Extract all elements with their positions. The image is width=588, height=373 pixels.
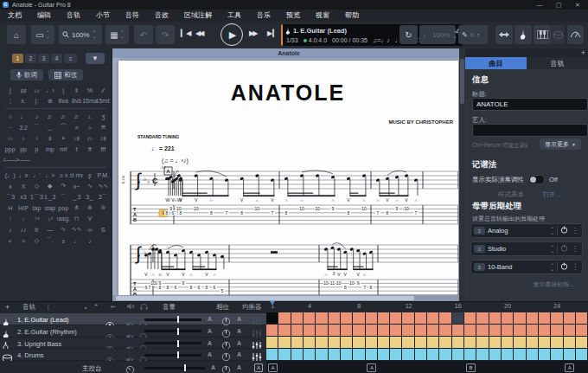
palette-symbol[interactable]: ⌒. [43,235,56,247]
artist-input[interactable] [472,124,588,137]
redo-button[interactable]: ↷ [156,25,175,44]
palette-symbol[interactable]: H [3,203,16,214]
palette-symbol[interactable]: ♪ [3,224,16,235]
timeline-cell[interactable] [304,312,316,325]
palette-symbol[interactable]: ppp [3,144,16,155]
forward-button[interactable]: ▶▶ [249,29,256,37]
timeline-cell[interactable] [304,325,316,337]
palette-symbol[interactable]: ⌒ [57,191,70,203]
palette-symbol[interactable]: mp [43,144,56,155]
palette-symbol[interactable]: ◇ [30,181,43,192]
palette-symbol[interactable]: ⁄⁄ [97,85,110,96]
timeline-cell[interactable] [366,337,378,349]
timeline-cell[interactable] [329,349,341,361]
palette-symbol[interactable]: ♮ [30,132,43,144]
palette-symbol[interactable]: x. [16,96,29,107]
palette-symbol[interactable]: 1⌒3 [30,191,43,203]
palette-symbol[interactable]: ♩ [70,235,83,247]
voice-button-2[interactable]: 2 [25,54,36,63]
palette-symbol[interactable]: ♭♯ [70,132,83,144]
palette-symbol[interactable]: (♩) [3,170,16,181]
timeline-cell[interactable] [402,337,414,349]
playhead-icon[interactable] [270,301,275,305]
timeline-cell[interactable] [576,325,588,337]
timeline-cell[interactable] [278,312,291,325]
vscroll-thumb[interactable] [460,59,464,104]
timeline-cell[interactable] [502,312,514,325]
menu-item-文档[interactable]: 文档 [0,10,29,22]
timeline-cell[interactable] [415,312,427,325]
palette-symbol[interactable]: 3:2 [16,122,29,133]
palette-symbol[interactable]: ff [83,144,96,155]
palette-symbol[interactable]: ♩> [43,170,56,181]
master-pan-a[interactable]: A [237,364,241,370]
pan-automation-label[interactable]: A [237,328,241,334]
undo-button[interactable]: ↶ [134,25,153,44]
palette-symbol[interactable]: V [83,214,96,225]
section-marker-A[interactable]: A [268,363,278,372]
new-tab-button[interactable]: + [581,48,585,57]
palette-symbol[interactable]: x [3,181,16,192]
palette-symbol[interactable]: f [70,144,83,155]
timeline-cell[interactable] [452,337,464,349]
horizontal-scrollbar[interactable] [112,295,459,301]
palette-symbol[interactable]: ∿ [83,181,96,192]
title-input[interactable] [472,98,588,111]
maximize-button[interactable]: ▢ [550,1,567,10]
filter-button[interactable]: ▼ [86,53,105,64]
palette-symbol[interactable]: 3⌒ [97,191,110,203]
section-marker-A[interactable]: A [367,363,376,372]
timeline-cell[interactable] [551,325,563,337]
timeline-cell[interactable] [514,337,526,349]
menu-item-小节[interactable]: 小节 [88,10,118,22]
palette-symbol[interactable]: ⊓ [70,214,83,225]
palette-symbol[interactable]: ≋ [97,122,110,133]
palette-symbol[interactable]: ♪ [30,111,43,122]
palette-symbol[interactable]: p [30,144,43,155]
palette-symbol[interactable]: | [57,85,70,96]
timeline-cell[interactable] [464,349,476,361]
plugin-power-button[interactable] [560,262,568,272]
mastering-slot-10-band[interactable]: ≡10-Band⌃⌄⋮ [470,260,583,274]
section-marker-B[interactable]: B [466,363,476,372]
timeline-cell[interactable] [390,349,402,361]
palette-symbol[interactable]: S [97,224,110,235]
palette-symbol[interactable]: ≡ [70,122,83,133]
timeline-cell[interactable] [539,312,551,325]
palette-symbol[interactable]: ♬ [43,111,56,122]
palette-symbol[interactable]: ⋔ [70,203,83,214]
timeline-cell[interactable] [514,325,526,337]
palette-symbol[interactable]: ʂ [83,170,96,181]
palette-symbol[interactable]: X [16,181,29,192]
timeline-cell[interactable] [353,312,365,325]
timeline-cell[interactable] [291,312,304,325]
palette-symbol[interactable]: ♬ [70,111,83,122]
timeline-cell[interactable] [564,325,576,337]
voice-button-1[interactable]: 1 [12,54,23,63]
home-button[interactable]: ⌂ [7,25,26,44]
palette-symbol[interactable]: ∿ [57,224,70,235]
volume-automation-label[interactable]: A [208,340,212,346]
volume-slider[interactable] [144,330,201,332]
palette-symbol[interactable]: ∿∿ [97,181,110,192]
mastering-slot-analog[interactable]: ≡Analog⌃⌄⋮ [470,223,583,238]
timeline-cell[interactable] [439,312,451,325]
timeline-cell[interactable] [427,312,439,325]
lyrics-button[interactable]: 歌词 [10,69,43,80]
timeline-cell[interactable] [378,312,390,325]
vertical-scrollbar[interactable] [459,48,465,301]
timeline-cell[interactable] [464,337,476,349]
palette-symbol[interactable]: ± [57,235,70,247]
timeline-cell[interactable] [291,337,304,349]
palette-symbol[interactable]: >—— [16,155,29,166]
timeline-cell[interactable] [476,325,489,337]
document-tab[interactable]: Anatole [112,48,465,58]
timeline-cell[interactable] [564,349,576,361]
timeline-cell[interactable] [316,349,328,361]
palette-symbol[interactable]: slap [43,203,56,214]
volume-thumb[interactable] [177,328,180,335]
palette-symbol[interactable]: ‿3 [70,191,83,203]
solo-all-icon[interactable] [140,303,148,312]
palette-symbol[interactable]: mf [57,144,70,155]
timeline-cell[interactable] [353,325,365,337]
